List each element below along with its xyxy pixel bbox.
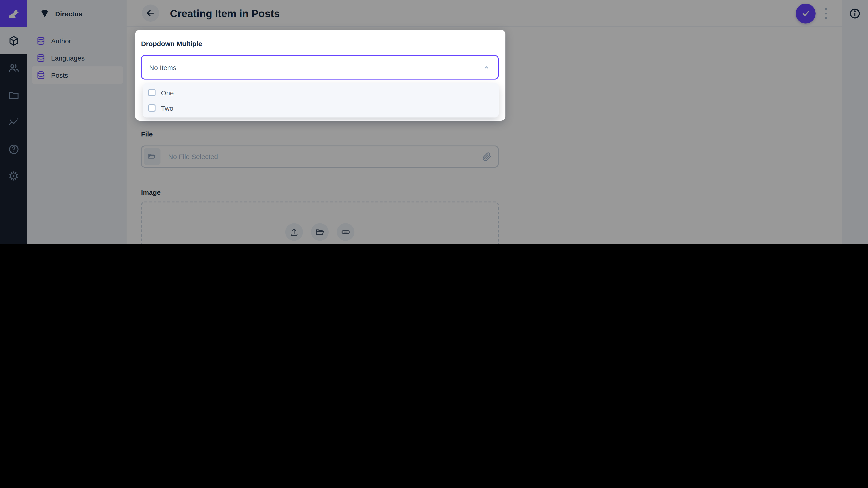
chevron-up-icon <box>483 63 491 71</box>
dropdown-field-label: Dropdown Multiple <box>141 40 202 47</box>
dropdown-menu: One Two <box>143 83 499 118</box>
checkbox-icon <box>148 104 156 111</box>
option-label: One <box>161 89 174 96</box>
dropdown-option-two[interactable]: Two <box>143 100 499 116</box>
option-label: Two <box>161 104 174 112</box>
checkbox-icon <box>148 89 156 96</box>
dropdown-option-one[interactable]: One <box>143 85 499 100</box>
directus-app: Creating Item in Posts One Two File <box>0 0 868 244</box>
dropdown-value: No Items <box>149 64 483 71</box>
dropdown-select[interactable]: No Items <box>141 55 499 79</box>
dropdown-multiple-field-card: Dropdown Multiple No Items One Two <box>135 30 505 121</box>
